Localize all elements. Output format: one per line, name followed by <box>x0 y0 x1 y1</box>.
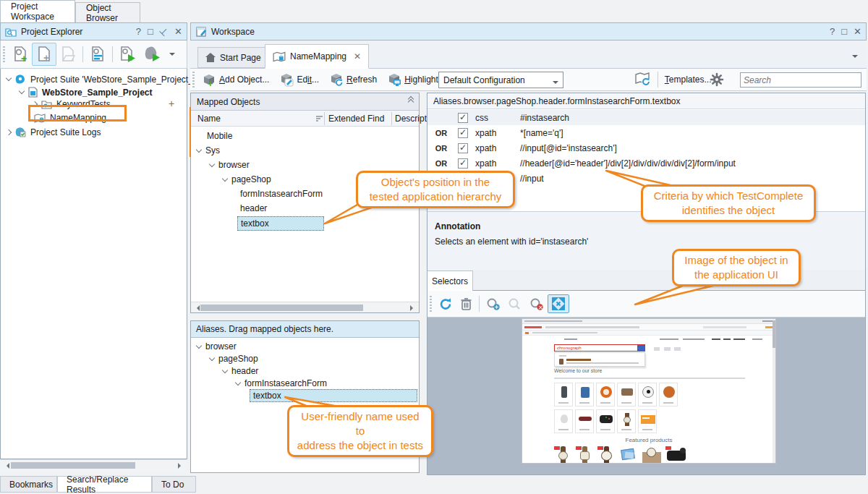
zoom-out-icon[interactable] <box>504 295 526 313</box>
toolbar-dropdown-icon[interactable] <box>169 53 175 59</box>
chevron-down-icon[interactable] <box>19 88 25 94</box>
tree-item-project-suite-logs[interactable]: Project Suite Logs <box>7 127 101 137</box>
criteria-checkbox[interactable] <box>458 143 468 153</box>
tab-search-replace-label: Search/Replace Results <box>67 474 142 494</box>
toolbar-grip[interactable] <box>192 72 195 88</box>
alias-tree-header[interactable]: header <box>223 366 258 376</box>
configuration-value: Default Configuration <box>443 75 525 85</box>
criteria-row[interactable]: OR xpath //header[@id='header']/div[2]/d… <box>427 156 865 171</box>
tab-project-workspace[interactable]: Project Workspace <box>0 0 75 22</box>
criteria-checkbox[interactable] <box>458 113 468 123</box>
pin-icon[interactable]: ⊥ <box>157 25 171 38</box>
close-tab-icon[interactable]: ✕ <box>354 51 361 61</box>
new-item-icon[interactable]: + <box>32 43 56 66</box>
mapped-tree-pageshop[interactable]: pageShop <box>223 174 271 184</box>
tree-item-label: Project Suite 'WebStore_Sample_Project_S… <box>30 74 208 85</box>
run-suite-icon[interactable] <box>140 43 165 65</box>
chevron-down-icon[interactable] <box>222 175 228 181</box>
tree-item-project-suite[interactable]: Project Suite 'WebStore_Sample_Project_S… <box>7 74 208 85</box>
chevron-down-icon[interactable] <box>209 161 215 166</box>
aliases-title: Aliases. Drag mapped objects here. <box>196 324 333 334</box>
criteria-checkbox[interactable] <box>458 128 468 138</box>
project-order-icon[interactable] <box>86 43 109 65</box>
edit-button[interactable]: Edit... <box>276 70 323 89</box>
criteria-checkbox[interactable] <box>458 158 468 169</box>
toolbar-grip[interactable] <box>3 46 5 62</box>
document-tabstrip: Start Page ✕ NameMapping ✕ <box>190 41 867 69</box>
collapse-panel-icon[interactable] <box>409 99 413 104</box>
column-header-extended-find[interactable]: Extended Find <box>328 114 384 124</box>
alias-tree-forminstasearchform[interactable]: formInstasearchForm <box>236 378 327 388</box>
column-header-name[interactable]: Name <box>197 114 221 124</box>
toolbar-grip[interactable] <box>430 296 432 312</box>
settings-gear-icon[interactable] <box>710 72 724 87</box>
image-toolbar: + ✕ <box>427 291 865 318</box>
mapped-tree-sys[interactable]: Sys <box>197 145 220 156</box>
scroll-right-icon[interactable] <box>410 305 416 311</box>
scroll-right-icon[interactable] <box>178 463 184 469</box>
add-project-icon[interactable]: + <box>9 43 32 65</box>
run-project-icon[interactable] <box>116 43 140 65</box>
svg-text:+: + <box>21 53 27 63</box>
chevron-down-icon[interactable] <box>196 146 202 152</box>
chevron-down-icon[interactable] <box>222 367 228 372</box>
zoom-reset-icon[interactable]: ✕ <box>526 295 548 313</box>
alias-tree-textbox[interactable]: textbox <box>250 389 417 402</box>
mapped-objects-hscrollbar[interactable] <box>191 302 419 312</box>
alias-tree-pageshop[interactable]: pageShop <box>210 354 258 364</box>
tab-todo[interactable]: To Do <box>152 476 196 493</box>
testcomplete-window: Project Workspace Object Browser Project… <box>0 0 868 494</box>
maximize-icon[interactable]: □ <box>148 26 153 37</box>
scrollbar-thumb[interactable] <box>11 462 135 469</box>
annotation-text: Selects an element with id='instasearch' <box>435 237 858 247</box>
tab-object-browser[interactable]: Object Browser <box>75 2 140 22</box>
close-icon[interactable]: ✕ <box>854 26 861 37</box>
refresh-image-icon[interactable] <box>435 295 456 313</box>
project-explorer-hscrollbar[interactable] <box>1 459 187 471</box>
chevron-down-icon[interactable] <box>196 342 202 348</box>
tab-namemapping[interactable]: NameMapping ✕ <box>265 44 369 69</box>
mapped-tree-browser[interactable]: browser <box>210 160 250 170</box>
highlight-button[interactable]: Highlight <box>383 70 442 89</box>
mapped-tree-mobile[interactable]: Mobile <box>207 131 232 141</box>
chevron-down-icon[interactable] <box>6 75 12 81</box>
criteria-row[interactable]: css #instasearch <box>427 110 865 125</box>
chevron-right-icon[interactable] <box>6 129 12 135</box>
alias-tree-browser[interactable]: browser <box>197 341 237 352</box>
tree-item-project[interactable]: WebStore_Sample_Project <box>20 87 153 98</box>
namemapping-icon <box>273 51 286 62</box>
mapped-objects-header: Mapped Objects <box>191 93 419 111</box>
mapped-tree-header[interactable]: header <box>240 203 267 213</box>
tab-search-replace-results[interactable]: Search/Replace Results <box>57 476 152 493</box>
fit-to-window-icon[interactable] <box>548 294 569 313</box>
chevron-down-icon[interactable] <box>209 354 215 360</box>
search-input[interactable] <box>741 75 860 85</box>
tab-bookmarks[interactable]: Bookmarks <box>0 476 57 493</box>
refresh-button[interactable]: Refresh <box>326 70 380 89</box>
criteria-row[interactable]: OR xpath //input[@id='instasearch'] <box>427 140 865 156</box>
add-object-button[interactable]: + Add Object... <box>198 70 273 89</box>
column-header-description[interactable]: Descript <box>395 114 427 124</box>
add-keywordtest-icon[interactable]: + <box>169 98 174 109</box>
maximize-icon[interactable]: □ <box>841 26 847 37</box>
scroll-left-icon[interactable] <box>194 305 200 311</box>
zoom-in-icon[interactable]: + <box>482 295 504 313</box>
mapped-objects-column-headers: Name Extended Find Descript <box>191 111 419 127</box>
templates-button[interactable]: Templates... <box>661 72 715 87</box>
mapped-tree-forminstasearchform[interactable]: formInstasearchForm <box>240 189 323 199</box>
mapped-tree-textbox[interactable]: textbox <box>237 216 324 231</box>
tab-list-dropdown-icon[interactable] <box>852 55 858 61</box>
chevron-down-icon[interactable] <box>235 379 241 385</box>
delete-image-icon[interactable] <box>456 295 476 313</box>
scrollbar-thumb[interactable] <box>200 305 363 311</box>
criteria-value: //input[@id='instasearch'] <box>520 143 865 153</box>
tab-selectors[interactable]: Selectors <box>427 271 473 291</box>
help-icon[interactable]: ? <box>136 26 141 37</box>
scroll-left-icon[interactable] <box>4 463 9 469</box>
update-namemapping-icon[interactable] <box>631 70 655 89</box>
close-icon[interactable]: ✕ <box>174 26 182 37</box>
open-item-icon[interactable] <box>56 43 80 65</box>
help-icon[interactable]: ? <box>830 26 835 37</box>
criteria-row[interactable]: OR xpath *[name='q'] <box>427 125 865 140</box>
configuration-select[interactable]: Default Configuration <box>438 72 563 88</box>
